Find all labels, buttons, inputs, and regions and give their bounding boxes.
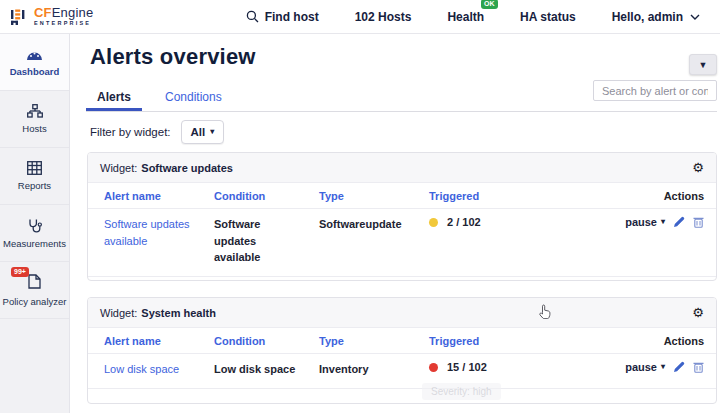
pencil-icon <box>673 361 685 373</box>
health-ok-badge: OK <box>481 0 499 9</box>
col-type[interactable]: Type <box>319 190 429 202</box>
filter-label: Filter by widget: <box>90 126 171 138</box>
sidebar-item-measurements[interactable]: Measurements <box>0 205 69 262</box>
tab-alerts[interactable]: Alerts <box>86 88 142 111</box>
policy-file-icon <box>28 274 41 289</box>
triggered-count: 15 / 102 <box>447 361 487 373</box>
trash-icon <box>693 216 704 228</box>
triggered-count: 2 / 102 <box>447 216 481 228</box>
col-alert-name[interactable]: Alert name <box>104 190 214 202</box>
alert-name-link[interactable]: Software updates available <box>104 216 214 249</box>
col-alert-name[interactable]: Alert name <box>104 335 214 347</box>
table-header: Alert name Condition Type Triggered Acti… <box>88 328 716 354</box>
triggered-cell: 2 / 102 <box>429 216 579 228</box>
col-condition[interactable]: Condition <box>214 190 319 202</box>
health-status[interactable]: Health OK <box>447 10 484 24</box>
col-type[interactable]: Type <box>319 335 429 347</box>
alert-search-input[interactable] <box>593 80 717 101</box>
cfengine-logo[interactable]: CFEngine ENTERPRISE <box>10 6 93 27</box>
widget-header: Widget: Software updates ⚙ <box>88 153 716 183</box>
severity-dot <box>429 363 438 372</box>
severity-tooltip: Severity: high <box>422 383 501 400</box>
sidebar-item-label: Policy analyzer <box>3 296 67 307</box>
widget-options-caret-button[interactable]: ▼ <box>689 54 717 75</box>
user-greeting: Hello, admin <box>612 10 683 24</box>
type-cell: Inventory <box>319 361 429 378</box>
page-title: Alerts overview <box>90 44 256 70</box>
widget-prefix: Widget: <box>100 307 137 319</box>
find-host-search[interactable]: Find host <box>246 10 319 24</box>
pause-dropdown[interactable]: pause ▾ <box>625 361 665 373</box>
logo-engine: Engine <box>52 5 94 20</box>
pencil-icon <box>673 216 685 228</box>
caret-down-icon: ▾ <box>210 128 214 136</box>
health-label: Health <box>447 10 484 24</box>
reports-table-icon <box>27 161 42 175</box>
delete-button[interactable] <box>693 361 704 373</box>
sidebar-item-dashboard[interactable]: Dashboard <box>0 34 69 91</box>
caret-down-icon: ▾ <box>661 363 665 371</box>
col-triggered[interactable]: Triggered <box>429 190 579 202</box>
condition-cell: Software updates available <box>214 216 319 266</box>
sidebar: Dashboard Hosts Reports <box>0 34 70 413</box>
filter-value: All <box>191 126 206 138</box>
widget-card-software-updates: Widget: Software updates ⚙ Alert name Co… <box>87 152 717 281</box>
sidebar-item-label: Measurements <box>3 238 66 249</box>
gear-icon[interactable]: ⚙ <box>692 161 704 174</box>
alert-name-link[interactable]: Low disk space <box>104 361 214 378</box>
sidebar-item-label: Reports <box>18 180 51 191</box>
user-menu[interactable]: Hello, admin <box>612 10 700 24</box>
logo-text: CFEngine ENTERPRISE <box>34 6 93 27</box>
widget-name: System health <box>141 307 216 319</box>
edit-button[interactable] <box>673 216 685 228</box>
widget-name: Software updates <box>141 162 233 174</box>
table-header: Alert name Condition Type Triggered Acti… <box>88 183 716 209</box>
col-triggered[interactable]: Triggered <box>429 335 579 347</box>
tab-conditions[interactable]: Conditions <box>154 88 233 111</box>
sidebar-item-hosts[interactable]: Hosts <box>0 91 69 148</box>
sidebar-item-reports[interactable]: Reports <box>0 148 69 205</box>
logo-cf: CF <box>34 5 52 20</box>
sidebar-item-policy-analyzer[interactable]: 99+ Policy analyzer <box>0 262 69 319</box>
trash-icon <box>693 361 704 373</box>
condition-cell: Low disk space <box>214 361 319 378</box>
hosts-count[interactable]: 102 Hosts <box>355 10 412 24</box>
pause-label: pause <box>625 361 657 373</box>
caret-down-icon: ▾ <box>661 218 665 226</box>
col-actions: Actions <box>579 335 704 347</box>
logo-subtitle: ENTERPRISE <box>34 21 93 27</box>
delete-button[interactable] <box>693 216 704 228</box>
filter-row: Filter by widget: All ▾ <box>90 120 224 144</box>
triggered-cell: 15 / 102 <box>429 361 579 373</box>
find-host-label: Find host <box>265 10 319 24</box>
top-nav: Find host 102 Hosts Health OK HA status … <box>246 10 700 24</box>
sidebar-item-label: Dashboard <box>10 66 60 77</box>
table-row: Low disk space Low disk space Inventory … <box>88 354 716 389</box>
policy-analyzer-count-badge: 99+ <box>11 267 29 277</box>
main-content: Alerts overview ▼ Alerts Conditions Filt… <box>70 34 720 413</box>
col-actions: Actions <box>579 190 704 202</box>
actions-cell: pause ▾ <box>625 216 704 228</box>
col-condition[interactable]: Condition <box>214 335 319 347</box>
gear-icon[interactable]: ⚙ <box>692 306 704 319</box>
pause-dropdown[interactable]: pause ▾ <box>625 216 665 228</box>
widget-header: Widget: System health ⚙ <box>88 298 716 328</box>
pause-label: pause <box>625 216 657 228</box>
widget-filter-dropdown[interactable]: All ▾ <box>181 120 225 144</box>
sidebar-item-label: Hosts <box>22 123 46 134</box>
hosts-sitemap-icon <box>27 104 43 118</box>
dashboard-gauge-icon <box>26 47 43 61</box>
actions-cell: pause ▾ <box>625 361 704 373</box>
edit-button[interactable] <box>673 361 685 373</box>
policy-analyzer-icon-wrap: 99+ <box>28 274 41 291</box>
app-window: CFEngine ENTERPRISE Find host 102 Hosts … <box>0 0 720 413</box>
type-cell: Softwareupdate <box>319 216 429 233</box>
table-row: Software updates available Software upda… <box>88 209 716 277</box>
ha-status[interactable]: HA status <box>520 10 576 24</box>
severity-dot <box>429 218 438 227</box>
chevron-down-icon <box>690 14 700 20</box>
cfengine-robot-icon <box>10 7 29 26</box>
caret-down-icon: ▼ <box>699 60 708 70</box>
measurements-stethoscope-icon <box>27 218 42 233</box>
search-icon <box>246 10 259 23</box>
